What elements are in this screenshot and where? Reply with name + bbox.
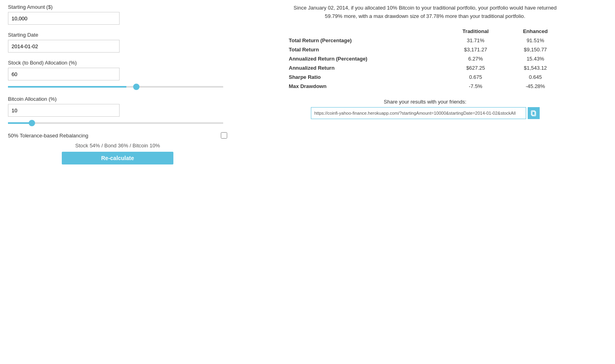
row-traditional: $627.25	[445, 63, 506, 72]
allocation-display: Stock 54% / Bond 36% / Bitcoin 10%	[8, 143, 227, 149]
row-label: Annualized Return	[286, 63, 445, 72]
bitcoin-label: Bitcoin Allocation (%)	[8, 96, 227, 102]
row-label: Total Return	[286, 45, 445, 54]
copy-button[interactable]	[528, 107, 540, 119]
stock-bond-row: Stock (to Bond) Allocation (%)	[8, 60, 227, 89]
row-traditional: 6.27%	[445, 54, 506, 63]
table-row: Total Return (Percentage) 31.71% 91.51%	[286, 36, 565, 45]
bitcoin-input[interactable]	[8, 104, 120, 117]
row-label: Sharpe Ratio	[286, 72, 445, 82]
share-section: Share your results with your friends:	[243, 99, 607, 119]
results-table: Traditional Enhanced Total Return (Perce…	[286, 27, 565, 91]
starting-date-input[interactable]	[8, 40, 120, 53]
table-row: Max Drawdown -7.5% -45.28%	[286, 82, 565, 91]
starting-amount-label: Starting Amount ($)	[8, 4, 227, 10]
summary-text: Since January 02, 2014, if you allocated…	[286, 4, 565, 21]
stock-bond-input[interactable]	[8, 68, 120, 80]
row-enhanced: 15.43%	[506, 54, 565, 63]
stock-bond-slider[interactable]	[8, 86, 223, 88]
row-traditional: 0.675	[445, 72, 506, 82]
table-row: Annualized Return (Percentage) 6.27% 15.…	[286, 54, 565, 63]
table-row: Sharpe Ratio 0.675 0.645	[286, 72, 565, 82]
rebalancing-row: 50% Tolerance-based Rebalancing	[8, 132, 227, 139]
share-url-input[interactable]	[311, 107, 526, 119]
row-enhanced: $9,150.77	[506, 45, 565, 54]
row-enhanced: 0.645	[506, 72, 565, 82]
bitcoin-row: Bitcoin Allocation (%)	[8, 96, 227, 125]
col-header-enhanced: Enhanced	[506, 27, 565, 36]
bitcoin-slider[interactable]	[8, 122, 223, 124]
row-traditional: $3,171.27	[445, 45, 506, 54]
share-label: Share your results with your friends:	[243, 99, 607, 105]
row-label: Total Return (Percentage)	[286, 36, 445, 45]
row-traditional: 31.71%	[445, 36, 506, 45]
row-enhanced: -45.28%	[506, 82, 565, 91]
rebalancing-label: 50% Tolerance-based Rebalancing	[8, 133, 88, 139]
table-row: Total Return $3,171.27 $9,150.77	[286, 45, 565, 54]
recalculate-button[interactable]: Re-calculate	[62, 152, 173, 164]
row-label: Annualized Return (Percentage)	[286, 54, 445, 63]
col-header-empty	[286, 27, 445, 36]
row-enhanced: 91.51%	[506, 36, 565, 45]
col-header-traditional: Traditional	[445, 27, 506, 36]
table-row: Annualized Return $627.25 $1,543.12	[286, 63, 565, 72]
row-traditional: -7.5%	[445, 82, 506, 91]
copy-icon	[531, 110, 537, 116]
row-label: Max Drawdown	[286, 82, 445, 91]
row-enhanced: $1,543.12	[506, 63, 565, 72]
starting-date-row: Starting Date	[8, 32, 227, 53]
starting-amount-row: Starting Amount ($)	[8, 4, 227, 25]
stock-bond-label: Stock (to Bond) Allocation (%)	[8, 60, 227, 66]
starting-amount-input[interactable]	[8, 12, 120, 25]
rebalancing-checkbox[interactable]	[221, 132, 227, 139]
starting-date-label: Starting Date	[8, 32, 227, 38]
